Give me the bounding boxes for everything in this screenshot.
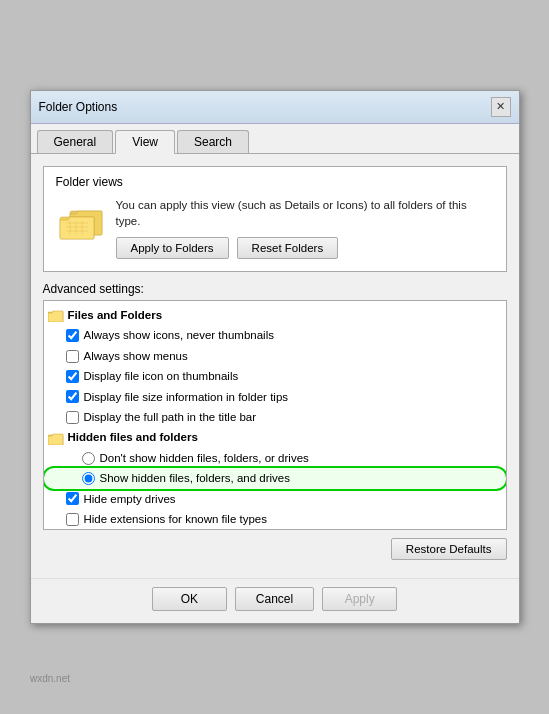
list-item: Display the full path in the title bar bbox=[44, 407, 506, 427]
show-hidden-files-item: Show hidden files, folders, and drives bbox=[44, 468, 506, 488]
list-item: Files and Folders bbox=[44, 305, 506, 325]
title-bar: Folder Options ✕ bbox=[31, 91, 519, 124]
show-hidden-radio[interactable] bbox=[82, 472, 95, 485]
always-show-icons-checkbox[interactable] bbox=[66, 329, 79, 342]
reset-folders-button[interactable]: Reset Folders bbox=[237, 237, 339, 259]
folder-category-icon bbox=[48, 307, 64, 323]
list-item: Don't show hidden files, folders, or dri… bbox=[44, 448, 506, 468]
restore-defaults-button[interactable]: Restore Defaults bbox=[391, 538, 507, 560]
list-item: Hide extensions for known file types bbox=[44, 509, 506, 529]
advanced-settings-list[interactable]: Files and Folders Always show icons, nev… bbox=[43, 300, 507, 530]
folder-views-section: Folder views bbox=[43, 166, 507, 272]
folder-views-right: You can apply this view (such as Details… bbox=[116, 197, 494, 259]
tab-view[interactable]: View bbox=[115, 130, 175, 154]
display-file-size-checkbox[interactable] bbox=[66, 390, 79, 403]
folder-views-label: Folder views bbox=[56, 175, 494, 189]
list-item: Hide empty drives bbox=[44, 489, 506, 509]
list-item: Always show menus bbox=[44, 346, 506, 366]
list-item: Hidden files and folders bbox=[44, 427, 506, 447]
window-title: Folder Options bbox=[39, 100, 118, 114]
advanced-settings-label: Advanced settings: bbox=[43, 282, 507, 296]
tab-search[interactable]: Search bbox=[177, 130, 249, 153]
display-full-path-checkbox[interactable] bbox=[66, 411, 79, 424]
apply-button[interactable]: Apply bbox=[322, 587, 397, 611]
dont-show-hidden-radio[interactable] bbox=[82, 452, 95, 465]
tab-general[interactable]: General bbox=[37, 130, 114, 153]
list-item: Always show icons, never thumbnails bbox=[44, 325, 506, 345]
always-show-menus-checkbox[interactable] bbox=[66, 350, 79, 363]
folder-views-buttons: Apply to Folders Reset Folders bbox=[116, 237, 494, 259]
main-content: Folder views bbox=[31, 154, 519, 578]
display-file-icon-checkbox[interactable] bbox=[66, 370, 79, 383]
apply-to-folders-button[interactable]: Apply to Folders bbox=[116, 237, 229, 259]
tab-bar: General View Search bbox=[31, 124, 519, 154]
hide-empty-drives-checkbox[interactable] bbox=[66, 492, 79, 505]
folder-views-description: You can apply this view (such as Details… bbox=[116, 197, 494, 229]
folder-options-window: Folder Options ✕ General View Search Fol… bbox=[30, 90, 520, 624]
list-item: Display file size information in folder … bbox=[44, 387, 506, 407]
ok-button[interactable]: OK bbox=[152, 587, 227, 611]
cancel-button[interactable]: Cancel bbox=[235, 587, 314, 611]
dialog-footer: OK Cancel Apply bbox=[31, 578, 519, 623]
folder-icon bbox=[56, 201, 104, 241]
folder-hidden-icon bbox=[48, 430, 64, 446]
list-item: Hide folder merge conflicts bbox=[44, 529, 506, 530]
watermark: wxdn.net bbox=[30, 673, 70, 684]
list-item: Display file icon on thumbnails bbox=[44, 366, 506, 386]
folder-views-inner: You can apply this view (such as Details… bbox=[56, 197, 494, 259]
restore-defaults-row: Restore Defaults bbox=[43, 538, 507, 560]
close-button[interactable]: ✕ bbox=[491, 97, 511, 117]
hide-extensions-checkbox[interactable] bbox=[66, 513, 79, 526]
